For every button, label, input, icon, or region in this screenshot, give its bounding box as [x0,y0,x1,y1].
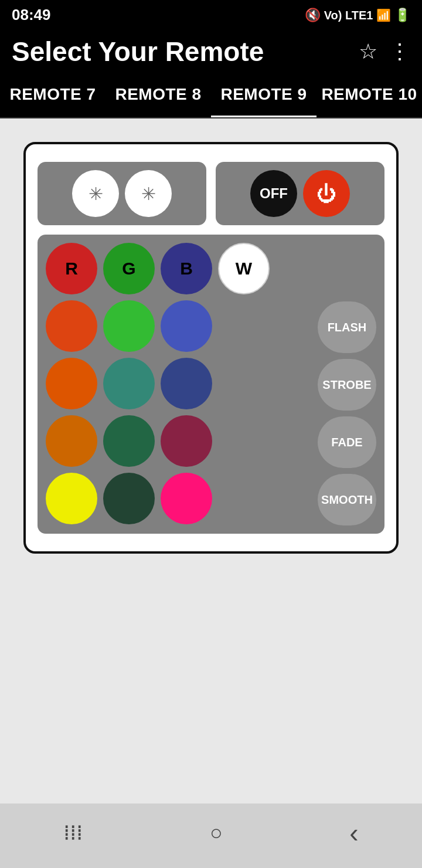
strobe-button[interactable]: STROBE [318,359,376,411]
page-title: Select Your Remote [12,36,264,67]
smooth-button[interactable]: SMOOTH [318,474,376,525]
brightness-down-button[interactable]: ✳ [125,170,172,217]
back-button[interactable]: ‹ [349,817,358,849]
color-section: R G B [38,235,384,534]
tab-remote8[interactable]: REMOTE 8 [106,73,211,117]
color-teal-button[interactable] [103,358,155,409]
home-icon: ○ [210,820,223,845]
main-content: ✳ ✳ OFF ⏻ [0,118,422,803]
tab-bar: REMOTE 7 REMOTE 8 REMOTE 9 REMOTE 10 [0,73,422,118]
color-orange2-button[interactable] [46,358,97,409]
brightness-up-icon: ✳ [89,184,103,204]
status-icons: 🔇 Vo) LTE1 📶 🔋 [305,8,410,23]
color-col-red: R [46,243,97,525]
off-power-group: OFF ⏻ [216,162,384,225]
color-col-white: W [218,243,270,525]
color-orange3-button[interactable] [46,415,97,467]
more-options-icon[interactable]: ⋮ [389,39,410,64]
off-label: OFF [260,185,288,201]
color-white-button[interactable]: W [218,243,270,294]
menu-icon: ⁞⁞⁞ [63,820,83,845]
signal-icon: Vo) LTE1 📶 [324,8,391,22]
color-darkgreen2-button[interactable] [103,473,155,524]
color-col-blue: B [161,243,212,525]
off-button[interactable]: OFF [250,170,297,217]
back-icon: ‹ [349,818,358,848]
power-button[interactable]: ⏻ [303,170,350,217]
fade-label: FADE [331,436,362,449]
color-blue-button[interactable]: B [161,243,212,294]
color-columns: R G B [46,243,312,525]
color-col-green: G [103,243,155,525]
recent-apps-button[interactable]: ⁞⁞⁞ [63,820,83,845]
tab-remote7[interactable]: REMOTE 7 [0,73,106,117]
color-red-button[interactable]: R [46,243,97,294]
power-icon: ⏻ [316,182,336,205]
bottom-nav: ⁞⁞⁞ ○ ‹ [0,803,422,868]
time: 08:49 [12,6,51,24]
strobe-label: STROBE [322,378,371,392]
remote-card: ✳ ✳ OFF ⏻ [23,142,399,554]
favorite-icon[interactable]: ☆ [359,39,377,64]
fade-button[interactable]: FADE [318,416,376,468]
brightness-down-icon: ✳ [141,184,156,204]
effect-col: FLASH STROBE FADE SMOOTH [318,243,376,525]
color-blue2-button[interactable] [161,358,212,409]
color-pink-button[interactable] [161,473,212,524]
flash-label: FLASH [328,321,367,334]
color-maroon-button[interactable] [161,415,212,467]
smooth-label: SMOOTH [321,493,373,507]
mute-icon: 🔇 [305,8,321,23]
color-green1-button[interactable] [103,300,155,352]
color-darkgreen1-button[interactable] [103,415,155,467]
color-blue1-button[interactable] [161,300,212,352]
brightness-group: ✳ ✳ [38,162,206,225]
top-controls: ✳ ✳ OFF ⏻ [38,162,384,225]
battery-icon: 🔋 [394,8,410,23]
brightness-up-button[interactable]: ✳ [72,170,119,217]
flash-button[interactable]: FLASH [318,301,376,353]
status-bar: 08:49 🔇 Vo) LTE1 📶 🔋 [0,0,422,30]
color-green-button[interactable]: G [103,243,155,294]
tab-remote9[interactable]: REMOTE 9 [211,73,316,117]
header-actions: ☆ ⋮ [359,39,410,64]
header: Select Your Remote ☆ ⋮ [0,30,422,73]
color-yellow-button[interactable] [46,473,97,524]
color-orange1-button[interactable] [46,300,97,352]
tab-remote10[interactable]: REMOTE 10 [316,73,422,117]
home-button[interactable]: ○ [210,820,223,845]
